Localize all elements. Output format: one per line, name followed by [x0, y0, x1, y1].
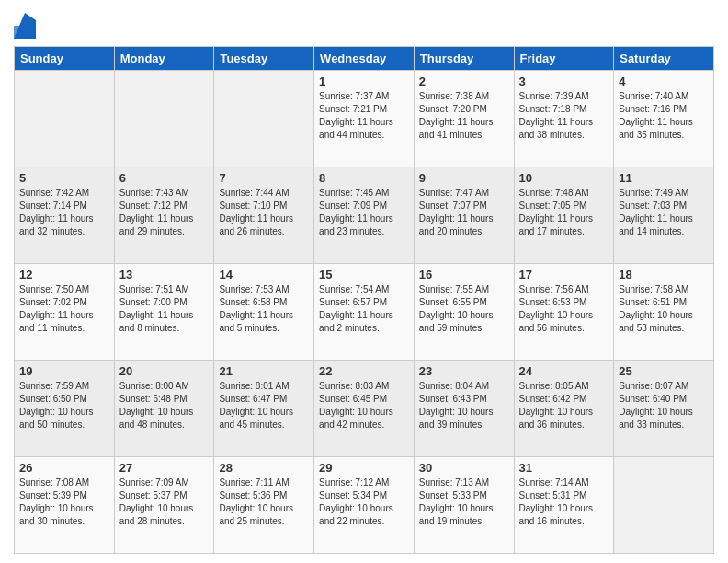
calendar-day: 13Sunrise: 7:51 AM Sunset: 7:00 PM Dayli…	[114, 264, 214, 361]
calendar-header-friday: Friday	[514, 47, 614, 71]
calendar-day	[214, 71, 314, 167]
calendar-header-saturday: Saturday	[614, 47, 714, 71]
calendar-header-thursday: Thursday	[414, 47, 514, 71]
calendar-day: 27Sunrise: 7:09 AM Sunset: 5:37 PM Dayli…	[114, 457, 214, 554]
calendar-week-4: 26Sunrise: 7:08 AM Sunset: 5:39 PM Dayli…	[15, 457, 714, 554]
calendar-day	[614, 457, 714, 554]
calendar-day: 21Sunrise: 8:01 AM Sunset: 6:47 PM Dayli…	[214, 361, 314, 457]
day-number: 24	[519, 364, 609, 378]
calendar-header-row: SundayMondayTuesdayWednesdayThursdayFrid…	[15, 47, 714, 71]
day-number: 2	[419, 75, 509, 88]
calendar-day: 10Sunrise: 7:48 AM Sunset: 7:05 PM Dayli…	[514, 167, 614, 264]
day-number: 23	[419, 364, 509, 378]
logo-icon	[14, 13, 36, 39]
day-number: 28	[219, 461, 309, 475]
day-info: Sunrise: 7:14 AM Sunset: 5:31 PM Dayligh…	[519, 477, 609, 528]
calendar: SundayMondayTuesdayWednesdayThursdayFrid…	[14, 46, 714, 554]
day-info: Sunrise: 7:47 AM Sunset: 7:07 PM Dayligh…	[419, 187, 509, 238]
calendar-day: 29Sunrise: 7:12 AM Sunset: 5:34 PM Dayli…	[314, 457, 415, 554]
day-number: 16	[419, 268, 509, 282]
calendar-header-sunday: Sunday	[15, 47, 115, 71]
day-info: Sunrise: 7:43 AM Sunset: 7:12 PM Dayligh…	[119, 187, 210, 238]
calendar-day: 3Sunrise: 7:39 AM Sunset: 7:18 PM Daylig…	[514, 71, 614, 167]
page: SundayMondayTuesdayWednesdayThursdayFrid…	[0, 0, 728, 563]
calendar-day: 15Sunrise: 7:54 AM Sunset: 6:57 PM Dayli…	[314, 264, 415, 361]
day-info: Sunrise: 8:05 AM Sunset: 6:42 PM Dayligh…	[519, 380, 609, 431]
day-number: 3	[519, 75, 609, 88]
calendar-day: 14Sunrise: 7:53 AM Sunset: 6:58 PM Dayli…	[214, 264, 314, 361]
day-info: Sunrise: 7:09 AM Sunset: 5:37 PM Dayligh…	[119, 477, 210, 528]
day-number: 9	[419, 171, 509, 185]
day-info: Sunrise: 7:12 AM Sunset: 5:34 PM Dayligh…	[319, 477, 409, 528]
day-number: 10	[519, 171, 609, 185]
calendar-week-1: 5Sunrise: 7:42 AM Sunset: 7:14 PM Daylig…	[15, 167, 714, 264]
day-info: Sunrise: 8:00 AM Sunset: 6:48 PM Dayligh…	[119, 380, 210, 431]
day-number: 13	[119, 268, 210, 282]
calendar-day: 30Sunrise: 7:13 AM Sunset: 5:33 PM Dayli…	[414, 457, 514, 554]
calendar-week-3: 19Sunrise: 7:59 AM Sunset: 6:50 PM Dayli…	[15, 361, 714, 457]
calendar-header-wednesday: Wednesday	[314, 47, 415, 71]
day-number: 27	[119, 461, 210, 475]
day-number: 1	[319, 75, 409, 88]
calendar-day: 31Sunrise: 7:14 AM Sunset: 5:31 PM Dayli…	[514, 457, 614, 554]
day-number: 6	[119, 171, 210, 185]
calendar-day: 2Sunrise: 7:38 AM Sunset: 7:20 PM Daylig…	[414, 71, 514, 167]
day-number: 19	[19, 364, 109, 378]
calendar-day: 6Sunrise: 7:43 AM Sunset: 7:12 PM Daylig…	[114, 167, 214, 264]
calendar-day: 28Sunrise: 7:11 AM Sunset: 5:36 PM Dayli…	[214, 457, 314, 554]
day-number: 22	[319, 364, 409, 378]
calendar-day: 22Sunrise: 8:03 AM Sunset: 6:45 PM Dayli…	[314, 361, 415, 457]
day-info: Sunrise: 7:37 AM Sunset: 7:21 PM Dayligh…	[319, 90, 409, 142]
day-info: Sunrise: 7:08 AM Sunset: 5:39 PM Dayligh…	[19, 477, 109, 528]
day-info: Sunrise: 7:49 AM Sunset: 7:03 PM Dayligh…	[619, 187, 709, 238]
day-number: 12	[19, 268, 109, 282]
day-info: Sunrise: 7:39 AM Sunset: 7:18 PM Dayligh…	[519, 90, 609, 142]
day-info: Sunrise: 7:59 AM Sunset: 6:50 PM Dayligh…	[19, 380, 109, 431]
day-info: Sunrise: 8:03 AM Sunset: 6:45 PM Dayligh…	[319, 380, 409, 431]
day-info: Sunrise: 7:11 AM Sunset: 5:36 PM Dayligh…	[219, 477, 309, 528]
calendar-header-monday: Monday	[114, 47, 214, 71]
calendar-day: 23Sunrise: 8:04 AM Sunset: 6:43 PM Dayli…	[414, 361, 514, 457]
day-info: Sunrise: 8:04 AM Sunset: 6:43 PM Dayligh…	[419, 380, 509, 431]
day-number: 17	[519, 268, 609, 282]
day-number: 20	[119, 364, 210, 378]
day-info: Sunrise: 7:54 AM Sunset: 6:57 PM Dayligh…	[319, 283, 409, 335]
day-number: 30	[419, 461, 509, 475]
day-info: Sunrise: 7:58 AM Sunset: 6:51 PM Dayligh…	[619, 283, 709, 335]
day-number: 31	[519, 461, 609, 475]
calendar-day	[15, 71, 115, 167]
day-number: 8	[319, 171, 409, 185]
calendar-day: 19Sunrise: 7:59 AM Sunset: 6:50 PM Dayli…	[15, 361, 115, 457]
day-info: Sunrise: 7:48 AM Sunset: 7:05 PM Dayligh…	[519, 187, 609, 238]
calendar-week-0: 1Sunrise: 7:37 AM Sunset: 7:21 PM Daylig…	[15, 71, 714, 167]
day-number: 25	[619, 364, 709, 378]
calendar-day: 25Sunrise: 8:07 AM Sunset: 6:40 PM Dayli…	[614, 361, 714, 457]
day-number: 15	[319, 268, 409, 282]
day-number: 29	[319, 461, 409, 475]
day-info: Sunrise: 7:44 AM Sunset: 7:10 PM Dayligh…	[219, 187, 309, 238]
calendar-day: 8Sunrise: 7:45 AM Sunset: 7:09 PM Daylig…	[314, 167, 415, 264]
day-info: Sunrise: 7:40 AM Sunset: 7:16 PM Dayligh…	[619, 90, 709, 142]
day-info: Sunrise: 7:13 AM Sunset: 5:33 PM Dayligh…	[419, 477, 509, 528]
calendar-day: 17Sunrise: 7:56 AM Sunset: 6:53 PM Dayli…	[514, 264, 614, 361]
day-number: 21	[219, 364, 309, 378]
calendar-day: 12Sunrise: 7:50 AM Sunset: 7:02 PM Dayli…	[15, 264, 115, 361]
calendar-day: 26Sunrise: 7:08 AM Sunset: 5:39 PM Dayli…	[15, 457, 115, 554]
day-number: 4	[619, 75, 709, 88]
svg-marker-1	[14, 26, 27, 39]
calendar-day: 24Sunrise: 8:05 AM Sunset: 6:42 PM Dayli…	[514, 361, 614, 457]
day-number: 11	[619, 171, 709, 185]
day-info: Sunrise: 7:50 AM Sunset: 7:02 PM Dayligh…	[19, 283, 109, 335]
day-info: Sunrise: 7:53 AM Sunset: 6:58 PM Dayligh…	[219, 283, 309, 335]
day-info: Sunrise: 7:55 AM Sunset: 6:55 PM Dayligh…	[419, 283, 509, 335]
header	[14, 9, 714, 39]
calendar-day: 4Sunrise: 7:40 AM Sunset: 7:16 PM Daylig…	[614, 71, 714, 167]
calendar-day: 5Sunrise: 7:42 AM Sunset: 7:14 PM Daylig…	[15, 167, 115, 264]
calendar-day: 7Sunrise: 7:44 AM Sunset: 7:10 PM Daylig…	[214, 167, 314, 264]
day-info: Sunrise: 7:38 AM Sunset: 7:20 PM Dayligh…	[419, 90, 509, 142]
day-info: Sunrise: 7:42 AM Sunset: 7:14 PM Dayligh…	[19, 187, 109, 238]
calendar-day: 20Sunrise: 8:00 AM Sunset: 6:48 PM Dayli…	[114, 361, 214, 457]
calendar-day: 16Sunrise: 7:55 AM Sunset: 6:55 PM Dayli…	[414, 264, 514, 361]
day-number: 14	[219, 268, 309, 282]
day-number: 18	[619, 268, 709, 282]
